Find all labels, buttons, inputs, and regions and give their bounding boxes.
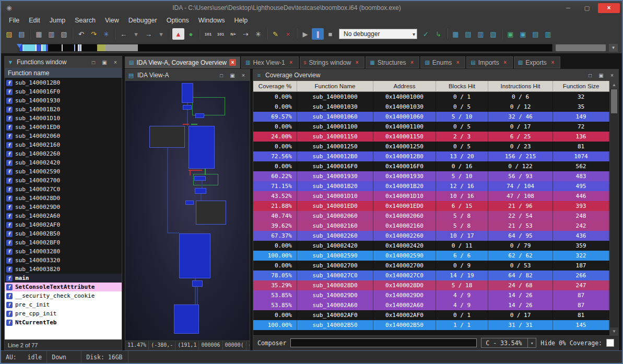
save-database-button[interactable]: ▤	[16, 28, 28, 40]
menu-item-help[interactable]: Help	[229, 16, 252, 25]
nav-band-menu-button[interactable]: ▾	[609, 44, 618, 52]
menu-item-windows[interactable]: Windows	[194, 16, 230, 25]
trace-arrow-button[interactable]: ⇢	[240, 28, 252, 40]
chip-in-button[interactable]: ▦	[33, 28, 45, 40]
jump-target-button[interactable]: ✳	[100, 28, 112, 40]
function-list-item[interactable]: fmain	[5, 274, 122, 283]
coverage-row[interactable]: 53.85%sub_1400029D00x1400029D04 / 914 / …	[253, 290, 609, 300]
function-list-item[interactable]: fsub_140002700	[5, 176, 122, 185]
tab-close-icon[interactable]: ×	[354, 59, 360, 66]
coverage-row[interactable]: 43.52%sub_140001D100x140001D1010 / 1647 …	[253, 191, 609, 201]
tab-strings-window[interactable]: sStrings window×	[300, 56, 365, 68]
coverage-row[interactable]: 0.00%sub_1400024200x1400024200 / 110 / 7…	[253, 241, 609, 251]
coverage-row[interactable]: 0.00%sub_1400010300x1400010300 / 50 / 12…	[253, 102, 609, 112]
tab-close-icon[interactable]: ×	[502, 59, 509, 66]
coverage-row[interactable]: 39.62%sub_1400021600x1400021605 / 821 / …	[253, 221, 609, 231]
scrollbar-thumb[interactable]	[611, 89, 617, 113]
navigate-forward-button[interactable]: →	[143, 28, 155, 40]
graph-node[interactable]	[192, 280, 203, 287]
coverage-row[interactable]: 0.00%sub_1400011000x1400011000 / 50 / 17…	[253, 122, 609, 132]
tab-ida-view-a-coverage-overview[interactable]: ▤IDA View-A, Coverage Overview×	[125, 56, 240, 68]
function-list-item[interactable]: fNtCurrentTeb	[5, 318, 122, 327]
nav-band-position-marker[interactable]	[17, 44, 22, 48]
tab-close-icon[interactable]: ×	[229, 59, 236, 66]
function-list-item[interactable]: fsub_1400029D0	[5, 203, 122, 212]
coverage-scrollbar[interactable]: ▲ ▼	[609, 81, 618, 335]
function-list-item[interactable]: fsub_1400012B0	[5, 78, 122, 87]
coverage-row[interactable]: 35.29%sub_1400028D00x1400028D05 / 1824 /…	[253, 280, 609, 290]
function-list-item[interactable]: fsub_140001ED0	[5, 123, 122, 132]
function-list-item[interactable]: fsub_140002B50	[5, 229, 122, 238]
functions-maximize-button[interactable]: □	[89, 58, 98, 66]
function-list-item[interactable]: fpre_c_init	[5, 300, 122, 309]
graph-node[interactable]	[179, 233, 210, 278]
chip-swap-button[interactable]: ▧	[58, 28, 70, 40]
show-call-graph-button[interactable]: ▣	[517, 28, 529, 40]
edit-item-button[interactable]: ✎	[269, 28, 281, 40]
binary-segments-button[interactable]: 101	[202, 28, 214, 40]
ida-view-header[interactable]: ▤ IDA View-A □ ▣ ×	[125, 69, 250, 81]
function-list-item[interactable]: fsub_140003820	[5, 265, 122, 274]
menu-item-search[interactable]: Search	[70, 16, 100, 25]
function-list-item[interactable]: fsub_140001B20	[5, 105, 122, 114]
coverage-row[interactable]: 0.00%sub_1400012500x1400012500 / 50 / 23…	[253, 142, 609, 151]
coverage-row[interactable]: 53.85%sub_140002A600x140002A604 / 914 / …	[253, 300, 609, 310]
function-list-item[interactable]: fsub_140002A60	[5, 212, 122, 220]
scrollbar-track[interactable]	[610, 114, 618, 327]
ida-view-close-button[interactable]: ×	[239, 72, 248, 79]
functions-window-header[interactable]: ▼ Functions window □ ▣ ×	[5, 56, 122, 68]
column-header-coverage[interactable]: Coverage %	[253, 81, 297, 91]
coverage-close-button[interactable]: ×	[608, 72, 616, 79]
graph-node[interactable]	[195, 188, 206, 194]
graph-node[interactable]	[182, 83, 193, 103]
open-enums-button[interactable]: ▤	[462, 28, 474, 40]
function-list-item[interactable]: fsub_140003280	[5, 247, 122, 256]
composer-input[interactable]	[290, 338, 477, 347]
function-list-item[interactable]: fsub_140002060	[5, 132, 122, 140]
column-header-function-name[interactable]: Function Name	[297, 81, 373, 91]
open-exports-button[interactable]: ▧	[487, 28, 499, 40]
graph-node[interactable]	[194, 176, 206, 181]
column-header-function-size[interactable]: Function Size	[553, 81, 609, 91]
undo-jump-button[interactable]: ↶	[75, 28, 87, 40]
show-text-view-button[interactable]: ▤	[530, 28, 542, 40]
hide-zero-coverage-checkbox[interactable]	[606, 339, 614, 347]
tab-hex-view-1[interactable]: ▥Hex View-1×	[241, 56, 299, 68]
composite-coverage-select[interactable]: C - 33.54% ▾	[481, 338, 536, 348]
debug-attach-button[interactable]: ✓	[420, 28, 432, 40]
tab-exports[interactable]: ▧Exports×	[514, 56, 560, 68]
close-button[interactable]: ×	[598, 3, 620, 13]
coverage-row[interactable]: 100.00%sub_1400025900x1400025906 / 662 /…	[253, 251, 609, 261]
graph-node[interactable]	[183, 105, 192, 110]
show-flow-chart-button[interactable]: ▣	[504, 28, 516, 40]
column-header-blocks-hit[interactable]: Blocks Hit	[436, 81, 488, 91]
tab-close-icon[interactable]: ×	[549, 59, 556, 66]
name-symbol-button[interactable]: N+	[227, 28, 239, 40]
column-header-address[interactable]: Address	[373, 81, 436, 91]
binary-data-button[interactable]: 101	[215, 28, 227, 40]
functions-column-header[interactable]: Function name	[5, 68, 122, 78]
coverage-row[interactable]: 0.00%sub_1400010000x1400010000 / 10 / 63…	[253, 92, 609, 102]
column-header-instructions-hit[interactable]: Instructions Hit	[488, 81, 553, 91]
coverage-row[interactable]: 0.00%sub_1400027000x1400027000 / 90 / 53…	[253, 261, 609, 271]
ida-view-float-button[interactable]: ▣	[228, 72, 237, 79]
open-file-button[interactable]: ▨	[3, 28, 15, 40]
menu-item-view[interactable]: View	[100, 16, 124, 25]
menu-item-options[interactable]: Options	[162, 16, 194, 25]
function-list-item[interactable]: fsub_140001930	[5, 96, 122, 105]
navigate-back-menu-button[interactable]: ▾	[130, 28, 142, 40]
tab-close-icon[interactable]: ×	[408, 59, 415, 66]
navigate-back-button[interactable]: ←	[117, 28, 130, 40]
graph-node[interactable]	[196, 201, 226, 225]
function-list-item[interactable]: fpre_cpp_init	[5, 309, 122, 318]
redo-jump-button[interactable]: ↷	[88, 28, 100, 40]
function-list-item[interactable]: fsub_140002420	[5, 158, 122, 167]
menu-item-jump[interactable]: Jump	[45, 16, 70, 25]
open-structures-button[interactable]: ▦	[450, 28, 462, 40]
debug-pause-button[interactable]: ∥	[312, 28, 324, 40]
scroll-down-icon[interactable]: ▼	[610, 327, 618, 335]
start-marker-button[interactable]: ▲	[172, 28, 184, 40]
debug-step-button[interactable]: ↳	[432, 28, 444, 40]
run-marker-button[interactable]: ●	[185, 28, 197, 40]
function-list-item[interactable]: fsub_140002BF0	[5, 238, 122, 247]
